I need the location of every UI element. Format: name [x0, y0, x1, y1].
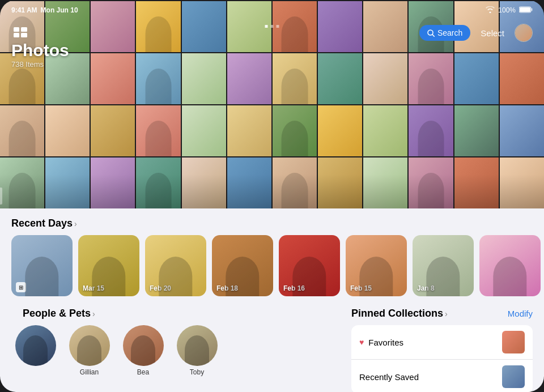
person-name: Toby [190, 368, 204, 376]
photo-cell[interactable] [500, 157, 544, 208]
svg-rect-3 [14, 27, 19, 32]
grid-toggle-button[interactable] [11, 25, 29, 41]
photo-cell[interactable] [227, 157, 271, 208]
status-right: 100% [486, 6, 533, 15]
search-label: Search [437, 28, 462, 37]
person-circle [69, 325, 110, 366]
svg-rect-2 [520, 7, 530, 12]
day-card[interactable]: Feb 16 [279, 235, 340, 296]
svg-rect-1 [532, 8, 533, 11]
pinned-item[interactable]: ♥Favorites [351, 325, 533, 360]
person-card-outer[interactable] [11, 325, 60, 376]
people-chevron[interactable]: › [92, 309, 95, 318]
pinned-item[interactable]: Recently Saved [351, 360, 533, 392]
svg-line-8 [432, 35, 435, 37]
day-card[interactable]: Feb 20 [145, 235, 206, 296]
day: Mon Jun 10 [41, 6, 78, 14]
time: 9:41 AM [11, 6, 37, 14]
battery-icon [519, 6, 533, 15]
photo-cell[interactable] [91, 105, 135, 156]
heart-icon: ♥ [359, 338, 364, 347]
photo-cell[interactable] [500, 105, 544, 156]
photo-cell[interactable] [136, 105, 180, 156]
photo-cell[interactable] [454, 105, 499, 156]
status-bar: 9:41 AM Mon Jun 10 100% [0, 0, 544, 20]
person-circle [15, 325, 56, 366]
recent-days-section: Recent Days › ⊞Mar 15Feb 20Feb 18Feb 16F… [0, 208, 544, 305]
people-scroll[interactable]: GillianBeaToby [11, 325, 351, 382]
photo-cell[interactable] [0, 105, 44, 156]
day-card[interactable]: Feb 18 [212, 235, 273, 296]
recent-days-scroll[interactable]: ⊞Mar 15Feb 20Feb 18Feb 16Feb 15Jan 8 [0, 235, 544, 305]
person-name: Bea [137, 368, 149, 376]
day-card[interactable]: Mar 15 [78, 235, 139, 296]
people-title: People & Pets [23, 308, 91, 319]
avatar-button[interactable] [515, 24, 533, 42]
pinned-item-name: Favorites [368, 338, 403, 347]
photo-cell[interactable] [363, 157, 407, 208]
pinned-header: Pinned Collections › Modify [351, 305, 533, 325]
photo-cell[interactable] [409, 157, 453, 208]
person-circle [177, 325, 218, 366]
pinned-chevron[interactable]: › [445, 309, 448, 318]
photo-cell[interactable] [409, 53, 453, 104]
pinned-thumb [502, 365, 525, 388]
photo-cell[interactable] [136, 53, 180, 104]
left-edge-tab [0, 188, 2, 204]
photo-cell[interactable] [182, 105, 226, 156]
pinned-item-name: Recently Saved [359, 372, 419, 382]
person-card-outer[interactable]: Toby [173, 325, 221, 376]
photo-cell[interactable] [227, 105, 271, 156]
photo-cell[interactable] [454, 157, 499, 208]
page-title: Photos [11, 41, 69, 60]
recent-days-title: Recent Days [11, 218, 73, 229]
pinned-list: ♥FavoritesRecently Saved [351, 325, 533, 392]
wifi-icon [486, 6, 495, 15]
photo-cell[interactable] [91, 157, 135, 208]
person-card-outer[interactable]: Bea [119, 325, 167, 376]
photo-cell[interactable] [409, 105, 453, 156]
photo-cell[interactable] [273, 53, 317, 104]
person-name: Gillian [80, 368, 99, 376]
photos-count: 738 Items [11, 60, 69, 69]
person-circle [123, 325, 164, 366]
photo-cell[interactable] [273, 105, 317, 156]
photo-cell[interactable] [454, 53, 499, 104]
modify-button[interactable]: Modify [508, 309, 533, 318]
photo-cell[interactable] [500, 53, 544, 104]
photo-cell[interactable] [45, 157, 90, 208]
recent-days-header: Recent Days › [0, 208, 544, 235]
avatar-image [515, 24, 532, 41]
search-button[interactable]: Search [419, 25, 470, 41]
bottom-sections-row: People & Pets › GillianBeaToby Pinned Co… [0, 305, 544, 392]
photo-cell[interactable] [0, 157, 44, 208]
svg-rect-5 [14, 33, 19, 37]
photo-cell[interactable] [318, 157, 362, 208]
photo-cell[interactable] [318, 53, 362, 104]
photo-cell[interactable] [318, 105, 362, 156]
recent-days-chevron[interactable]: › [74, 219, 77, 228]
photo-cell[interactable] [273, 157, 317, 208]
select-button[interactable]: Select [476, 26, 509, 40]
day-card[interactable]: ⊞ [11, 235, 73, 296]
day-card[interactable]: Feb 15 [346, 235, 407, 296]
photo-cell[interactable] [227, 53, 271, 104]
photo-cell[interactable] [45, 105, 90, 156]
photo-cell[interactable] [136, 157, 180, 208]
person-card-outer[interactable]: Gillian [65, 325, 113, 376]
day-card[interactable] [479, 235, 541, 296]
battery: 100% [498, 6, 516, 14]
day-card[interactable]: Jan 8 [413, 235, 474, 296]
photo-cell[interactable] [363, 105, 407, 156]
photo-cell[interactable] [182, 53, 226, 104]
pinned-section: Pinned Collections › Modify ♥FavoritesRe… [351, 305, 533, 392]
top-bar: Search Select [0, 20, 544, 45]
people-section: People & Pets › GillianBeaToby [11, 305, 351, 392]
pinned-title: Pinned Collections [351, 308, 443, 319]
photo-cell[interactable] [182, 157, 226, 208]
photo-cell[interactable] [91, 53, 135, 104]
top-bar-right: Search Select [419, 24, 533, 42]
photo-cell[interactable] [363, 53, 407, 104]
svg-rect-6 [21, 33, 27, 37]
pinned-header-left: Pinned Collections › [351, 308, 448, 319]
